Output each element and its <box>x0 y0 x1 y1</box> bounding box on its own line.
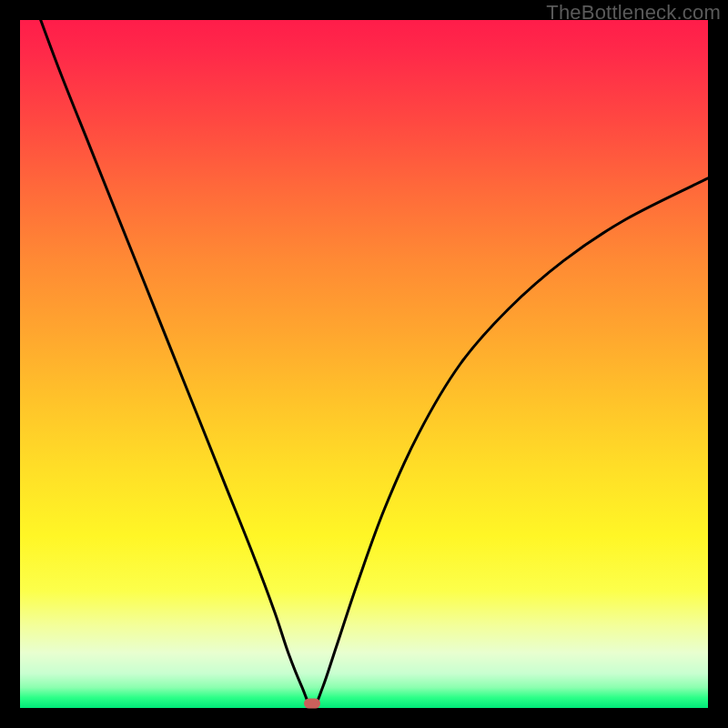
optimal-point-marker <box>304 698 320 708</box>
chart-frame <box>20 20 708 708</box>
bottleneck-curve <box>20 20 708 708</box>
